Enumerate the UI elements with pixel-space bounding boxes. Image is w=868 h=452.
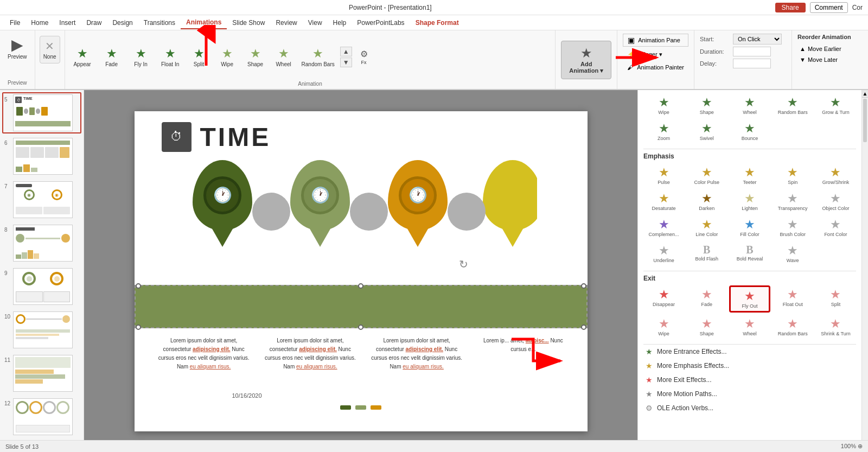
anim-desaturate[interactable]: ★ Desaturate [643, 189, 684, 213]
share-button[interactable]: Share [775, 3, 806, 12]
anim-random-bars-exit[interactable]: ★ Random Bars [773, 315, 813, 339]
none-animation-button[interactable]: ✕ None [40, 36, 60, 63]
scrollbar-up[interactable]: ▲ [862, 90, 868, 98]
fade-button[interactable]: ★ Fade [98, 44, 126, 69]
menu-home[interactable]: Home [25, 17, 54, 29]
anim-font-color[interactable]: ★ Font Color [815, 215, 856, 239]
slide-thumb-6[interactable]: 6 [2, 136, 81, 177]
slide-thumb-5[interactable]: 5 ⏱ TIME [2, 92, 81, 133]
menu-insert[interactable]: Insert [54, 17, 81, 29]
rotate-icon[interactable]: ↻ [459, 258, 468, 271]
anim-shrink-turn[interactable]: ★ Shrink & Turn [815, 315, 856, 339]
anim-swivel[interactable]: ★ Swivel [686, 119, 727, 143]
duration-input[interactable] [733, 47, 771, 56]
anim-disappear[interactable]: ★ Disappear [643, 285, 684, 313]
anim-fly-out[interactable]: ★ Fly Out [729, 285, 770, 313]
move-later-button[interactable]: ▼ Move Later [797, 55, 863, 64]
wheel-button[interactable]: ★ Wheel [270, 44, 297, 69]
anim-bold-reveal[interactable]: B Bold Reveal [729, 241, 770, 265]
wipe-button[interactable]: ★ Wipe [214, 44, 241, 69]
emphasis-title: Emphasis [643, 152, 856, 160]
more-entrance-effects[interactable]: ★ More Entrance Effects... [638, 345, 861, 359]
anim-bounce[interactable]: ★ Bounce [729, 119, 770, 143]
anim-wheel[interactable]: ★ Wheel [729, 93, 770, 117]
anim-brush-color[interactable]: ★ Brush Color [773, 215, 813, 239]
split-button[interactable]: ★ Split [186, 44, 213, 69]
delay-input[interactable] [733, 59, 771, 68]
menu-review[interactable]: Review [270, 17, 302, 29]
animation-pane-button[interactable]: ▣ Animation Pane [623, 34, 688, 47]
scrollbar-thumb[interactable] [863, 99, 867, 142]
anim-wheel-exit[interactable]: ★ Wheel [729, 315, 770, 339]
fx-button[interactable]: ⚙ Fx [353, 47, 375, 67]
anim-bold-flash[interactable]: B Bold Flash [686, 241, 727, 265]
anim-split-exit[interactable]: ★ Split [815, 285, 856, 313]
anim-teeter[interactable]: ★ Teeter [729, 163, 770, 187]
scroll-up-button[interactable]: ▲ [340, 47, 352, 56]
anim-transparency[interactable]: ★ Transparency [773, 189, 813, 213]
anim-underline[interactable]: ★ Underline [643, 241, 684, 265]
anim-zoom[interactable]: ★ Zoom [643, 119, 684, 143]
menu-design[interactable]: Design [107, 17, 138, 29]
slide-thumb-10[interactable]: 10 [2, 309, 81, 351]
move-earlier-button[interactable]: ▲ Move Earlier [797, 44, 863, 53]
exit-title: Exit [643, 275, 856, 282]
trigger-button[interactable]: ⚡ Trigger ▾ [623, 49, 688, 60]
menu-transitions[interactable]: Transitions [138, 17, 181, 29]
anim-fill-color[interactable]: ★ Fill Color [729, 215, 770, 239]
comment-button[interactable]: Comment [810, 2, 848, 13]
menu-help[interactable]: Help [328, 17, 352, 29]
anim-random-bars[interactable]: ★ Random Bars [773, 93, 813, 117]
text-col-3: Lorem ipsum dolor sit amet, consectetur … [363, 336, 470, 371]
anim-fade-exit[interactable]: ★ Fade [686, 285, 727, 313]
preview-button[interactable]: ▶ Preview [5, 34, 29, 62]
anim-line-color[interactable]: ★ Line Color [686, 215, 727, 239]
menu-shape-format[interactable]: Shape Format [410, 17, 464, 29]
floatin-button[interactable]: ★ Float In [156, 44, 184, 69]
slide-thumb-9[interactable]: 9 [2, 266, 81, 307]
anim-pulse[interactable]: ★ Pulse [643, 163, 684, 187]
flyin-button[interactable]: ★ Fly In [127, 44, 155, 69]
anim-wipe[interactable]: ★ Wipe [643, 93, 684, 117]
menu-view[interactable]: View [303, 17, 328, 29]
anim-object-color[interactable]: ★ Object Color [815, 189, 856, 213]
anim-grow-shrink[interactable]: ★ Grow/Shrink [815, 163, 856, 187]
menu-file[interactable]: File [4, 17, 25, 29]
anim-shape[interactable]: ★ Shape [686, 93, 727, 117]
animation-group-label: Animation [68, 81, 552, 87]
anim-color-pulse[interactable]: ★ Color Pulse [686, 163, 727, 187]
menu-powerpointlabs[interactable]: PowerPointLabs [352, 17, 410, 29]
ole-action-verbs[interactable]: ⚙ OLE Action Verbs... [638, 401, 861, 415]
scroll-down-button[interactable]: ▼ [340, 58, 352, 67]
anim-lighten[interactable]: ★ Lighten [729, 189, 770, 213]
appear-button[interactable]: ★ Appear [68, 44, 97, 69]
anim-shape-exit[interactable]: ★ Shape [686, 315, 727, 339]
more-exit-effects[interactable]: ★ More Exit Effects... [638, 373, 861, 387]
anim-float-out[interactable]: ★ Float Out [773, 285, 813, 313]
slide-thumb-11[interactable]: 11 [2, 353, 81, 394]
animation-painter-button[interactable]: 🖌 Animation Painter [623, 62, 688, 73]
shape-button[interactable]: ★ Shape [242, 44, 269, 69]
anim-grow-turn[interactable]: ★ Grow & Turn [815, 93, 856, 117]
anim-darken[interactable]: ★ Darken [686, 189, 727, 213]
delay-label: Delay: [700, 60, 730, 67]
slide-thumb-7[interactable]: 7 ◉ ◉ [2, 179, 81, 220]
reorder-label: Reorder Animation [797, 34, 863, 40]
preview-group-label: Preview [8, 80, 27, 86]
menu-animations[interactable]: Animations [181, 16, 227, 29]
text-col-1: Lorem ipsum dolor sit amet, consectetur … [151, 336, 257, 371]
duration-label: Duration: [700, 48, 730, 55]
anim-wave[interactable]: ★ Wave [773, 241, 813, 265]
slide-thumb-12[interactable]: 12 [2, 396, 81, 437]
more-motion-paths[interactable]: ★ More Motion Paths... [638, 387, 861, 401]
menu-draw[interactable]: Draw [81, 17, 107, 29]
menu-slideshow[interactable]: Slide Show [227, 17, 270, 29]
anim-spin[interactable]: ★ Spin [773, 163, 813, 187]
randombars-button[interactable]: ★ Random Bars [298, 44, 338, 69]
anim-complementary[interactable]: ★ Complemen... [643, 215, 684, 239]
anim-wipe-exit[interactable]: ★ Wipe [643, 315, 684, 339]
add-animation-button[interactable]: ★ Add Animation ▾ [561, 41, 611, 79]
slide-thumb-8[interactable]: 8 [2, 222, 81, 264]
more-emphasis-effects[interactable]: ★ More Emphasis Effects... [638, 359, 861, 373]
start-select[interactable]: On Click With Previous After Previous [733, 34, 782, 44]
